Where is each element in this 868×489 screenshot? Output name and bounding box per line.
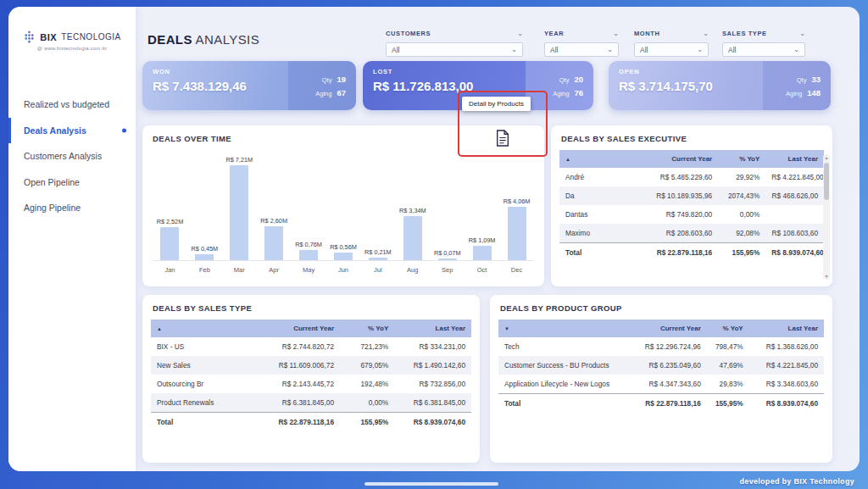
- table-scrollbar[interactable]: ▴ ▾: [823, 154, 830, 280]
- table-cell: R$ 22.879.118,16: [626, 394, 707, 414]
- bar-group-may[interactable]: R$ 0,76M: [292, 241, 326, 260]
- bar-group-jan[interactable]: R$ 2,52M: [153, 218, 187, 260]
- column-header-last-year[interactable]: Last Year: [394, 320, 471, 337]
- bar[interactable]: [438, 258, 457, 260]
- bar-group-jul[interactable]: R$ 0,21M: [360, 248, 395, 260]
- kpi-card-open: OPEN R$ 3.714.175,70 Qty33 Aging148: [609, 61, 831, 110]
- table-total-row[interactable]: TotalR$ 22.879.118,16155,95%R$ 8.939.074…: [151, 413, 471, 432]
- table-cell: R$ 22.879.118,16: [244, 413, 340, 432]
- bar-group-oct[interactable]: R$ 1,09M: [465, 236, 499, 260]
- table-row[interactable]: DantasR$ 749.820,000,00%: [559, 205, 824, 224]
- column-header-current-year[interactable]: Current Year: [636, 150, 718, 168]
- column-header-yoy[interactable]: % YoY: [340, 320, 394, 337]
- bar-group-sep[interactable]: R$ 0,07M: [430, 249, 465, 260]
- table-cell: 721,23%: [340, 337, 394, 356]
- chevron-down-icon: ⌄: [607, 47, 613, 53]
- chevron-down-icon[interactable]: ⌄: [517, 31, 523, 36]
- table-total-row[interactable]: TotalR$ 22.879.118,16155,95%R$ 8.939.074…: [559, 243, 824, 263]
- table-row[interactable]: Customer Success - BU ProductsR$ 6.235.0…: [498, 356, 824, 375]
- table-cell: Total: [151, 413, 244, 432]
- bar-group-feb[interactable]: R$ 0,45M: [187, 245, 222, 260]
- table-total-row[interactable]: TotalR$ 22.879.118,16155,95%R$ 8.939.074…: [498, 394, 824, 414]
- sidebar-item-label: Customers Analysis: [24, 151, 102, 161]
- table-row[interactable]: Product RenewalsR$ 6.381.845,000,00%R$ 6…: [151, 393, 471, 413]
- column-header-last-year[interactable]: Last Year: [749, 320, 824, 337]
- bar-group-mar[interactable]: R$ 7,21M: [222, 156, 257, 260]
- column-header-current-year[interactable]: Current Year: [626, 320, 707, 337]
- sidebar-item-aging-pipeline[interactable]: Aging Pipeline: [8, 195, 136, 221]
- table-cell: Product Renewals: [151, 393, 244, 413]
- table-cell: R$ 1.368.626,00: [749, 337, 824, 356]
- logo-website: @ www.bixtecnologia.com.br: [8, 46, 136, 51]
- column-header-name[interactable]: ▼: [498, 320, 626, 337]
- table-row[interactable]: New SalesR$ 11.609.006,72679,05%R$ 1.490…: [151, 356, 471, 375]
- filter-label: CUSTOMERS: [386, 30, 431, 37]
- bar-group-apr[interactable]: R$ 2,60M: [257, 217, 292, 260]
- chevron-down-icon[interactable]: ⌄: [613, 31, 619, 36]
- table-row[interactable]: AndréR$ 5.485.229,6029,92%R$ 4.221.845,0…: [559, 168, 824, 186]
- bar-group-aug[interactable]: R$ 3,34M: [395, 207, 430, 260]
- table-cell: 155,95%: [707, 394, 749, 414]
- sort-icon: ▼: [504, 326, 509, 331]
- table-cell: R$ 2.143.445,72: [244, 375, 340, 393]
- sidebar-item-customers-analysis[interactable]: Customers Analysis: [8, 143, 136, 169]
- detail-by-products-button[interactable]: [494, 128, 512, 151]
- bar[interactable]: [230, 165, 248, 260]
- bar[interactable]: [299, 250, 318, 260]
- bar-value-label: R$ 3,34M: [399, 207, 426, 214]
- table-cell: 679,05%: [340, 356, 394, 375]
- table-row[interactable]: Outsourcing BrR$ 2.143.445,72192,48%R$ 7…: [151, 375, 471, 393]
- scroll-thumb[interactable]: [824, 163, 829, 200]
- table-row[interactable]: Application Lifecycle - New LogosR$ 4.34…: [498, 375, 824, 394]
- bar[interactable]: [264, 226, 283, 260]
- document-icon: [496, 130, 510, 147]
- column-header-current-year[interactable]: Current Year: [244, 320, 340, 337]
- table-cell: BIX - US: [151, 337, 244, 356]
- bar[interactable]: [369, 258, 387, 260]
- column-header-last-year[interactable]: Last Year: [765, 150, 824, 168]
- column-header-name[interactable]: ▲: [559, 150, 636, 168]
- bar[interactable]: [473, 246, 492, 260]
- bar-value-label: R$ 0,45M: [192, 245, 219, 253]
- kpi-stats: Qty19 Aging67: [288, 61, 356, 110]
- x-axis-label: Mar: [222, 266, 257, 276]
- table-row[interactable]: TechR$ 12.296.724,96798,47%R$ 1.368.626,…: [498, 337, 824, 356]
- scroll-down-icon[interactable]: ▾: [823, 273, 830, 280]
- sidebar-item-open-pipeline[interactable]: Open Pipeline: [8, 169, 136, 196]
- dashboard-frame: { "icons": { "chevron_down": "⌄", "scrol…: [0, 0, 868, 489]
- table-cell: Tech: [498, 337, 626, 356]
- table-cell: R$ 1.490.142,60: [394, 356, 471, 375]
- bar[interactable]: [160, 227, 179, 260]
- table-cell: R$ 4.347.343,60: [626, 375, 707, 394]
- bar[interactable]: [508, 207, 526, 260]
- card-title: DEALS BY SALES TYPE: [142, 295, 480, 316]
- table-row[interactable]: BIX - USR$ 2.744.820,72721,23%R$ 334.231…: [151, 337, 471, 356]
- table-cell: André: [559, 168, 636, 186]
- kpi-qty-value: 19: [337, 75, 346, 84]
- bar[interactable]: [195, 254, 214, 260]
- column-header-yoy[interactable]: % YoY: [707, 320, 749, 337]
- filter-month-dropdown[interactable]: All ⌄: [634, 42, 709, 57]
- scroll-up-icon[interactable]: ▴: [823, 154, 830, 161]
- bar[interactable]: [334, 253, 353, 260]
- filter-sales-type-dropdown[interactable]: All ⌄: [722, 42, 805, 57]
- bar-group-dec[interactable]: R$ 4,06M: [499, 197, 534, 260]
- bar-group-jun[interactable]: R$ 0,56M: [326, 243, 361, 260]
- bar[interactable]: [403, 216, 422, 260]
- sidebar-item-realized-vs-budgeted[interactable]: Realized vs budgeted: [8, 92, 136, 118]
- deals-by-sales-type-card: DEALS BY SALES TYPE ▲ Current Year % YoY…: [142, 295, 480, 463]
- column-header-yoy[interactable]: % YoY: [718, 150, 765, 168]
- table-row[interactable]: MaximoR$ 208.603,6092,08%R$ 108.603,60: [559, 224, 824, 243]
- x-axis-label: Dec: [499, 266, 534, 276]
- bar-value-label: R$ 1,09M: [469, 236, 496, 244]
- filter-customers-dropdown[interactable]: All ⌄: [386, 42, 523, 57]
- table-cell: R$ 2.744.820,72: [244, 337, 340, 356]
- column-header-name[interactable]: ▲: [151, 320, 244, 337]
- bottom-indicator: [364, 482, 498, 486]
- table-row[interactable]: DaR$ 10.189.935,962074,43%R$ 468.626,00: [559, 186, 824, 205]
- chevron-down-icon[interactable]: ⌄: [703, 31, 709, 36]
- kpi-card-won: WON R$ 7.438.129,46 Qty19 Aging67: [142, 61, 356, 110]
- chevron-down-icon[interactable]: ⌄: [799, 31, 805, 36]
- filter-year-dropdown[interactable]: All ⌄: [544, 42, 619, 57]
- sidebar-item-deals-analysis[interactable]: Deals Analysis: [8, 118, 136, 144]
